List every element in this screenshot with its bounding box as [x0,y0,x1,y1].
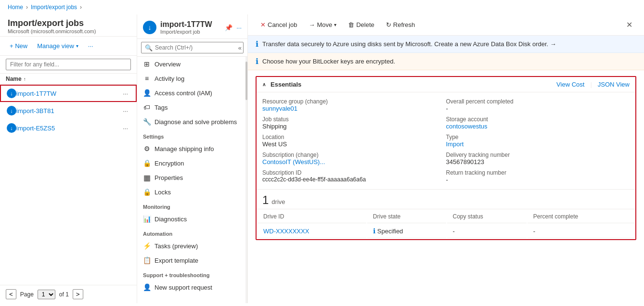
col-percent-complete: Percent complete [528,210,634,223]
move-button[interactable]: → Move ▾ [304,19,341,31]
type-value[interactable]: Import [446,140,630,148]
chevron-down-icon: ▾ [76,43,78,49]
close-button[interactable]: ✕ [622,18,636,31]
mid-subtitle: Import/export job [160,29,221,35]
settings-section-label: Settings [137,129,247,141]
collapse-icon[interactable]: « [238,44,242,51]
page-label: Page [20,291,34,298]
search-icon: 🔍 [145,44,153,51]
percent-complete-cell: - [528,224,634,238]
cancel-job-button[interactable]: ✕ Cancel job [256,19,302,31]
type-label: Type [446,134,630,140]
table-row: WD-XXXXXXXX ℹ Specified - - [258,224,634,238]
next-page-button[interactable]: > [73,289,83,299]
new-button[interactable]: + New [6,40,31,51]
subscription-value[interactable]: ContosoIT (WestUS)... [262,158,446,166]
essentials-title: ∧ Essentials [262,81,301,88]
essentials-right: Overall percent completed - Storage acco… [446,96,630,185]
list-item[interactable]: ↓ import-3BT81 ··· [0,102,137,119]
item-more-button[interactable]: ··· [121,106,130,115]
location-label: Location [262,134,446,140]
col-drive-id: Drive ID [258,210,366,223]
nav-shipping-label: Manage shipping info [155,145,214,153]
breadcrumb-home[interactable]: Home [8,4,23,11]
nav-item-overview[interactable]: ⊞ Overview [137,57,247,71]
resource-group-value[interactable]: sunnyvale01 [262,105,446,112]
essentials-left: Resource group (change) sunnyvale01 Job … [262,96,446,185]
specified-info-icon: ℹ [373,227,375,235]
nav-item-properties[interactable]: ▦ Properties [137,170,247,185]
nav-item-export-template[interactable]: 📋 Export template [137,253,247,268]
drives-table: Drive ID Drive state Copy status Percent… [257,209,635,239]
manage-view-button[interactable]: Manage view ▾ [33,40,82,51]
grid-icon: ⊞ [143,60,151,68]
wrench-icon: 🔧 [143,118,151,126]
nav-item-access-control[interactable]: 👤 Access control (IAM) [137,86,247,100]
gear-icon: ⚙ [143,145,151,153]
list-item[interactable]: ↓ import-1T7TW ··· [0,85,137,102]
item-more-button[interactable]: ··· [121,124,130,133]
view-cost-link[interactable]: View Cost [556,81,584,88]
scrollbar-track [245,57,247,303]
drive-id-cell[interactable]: WD-XXXXXXXX [258,224,366,238]
nav-item-tags[interactable]: 🏷 Tags [137,100,247,115]
collapse-chevron-icon[interactable]: ∧ [262,82,266,87]
nav-activity-label: Activity log [155,75,184,82]
more-options-icon[interactable]: ··· [236,24,242,31]
monitoring-section-label: Monitoring [137,199,247,212]
storage-account-row: Storage account contosowestus [446,114,630,132]
nav-overview-label: Overview [155,61,180,68]
cancel-job-label: Cancel job [268,21,297,28]
delete-button[interactable]: 🗑 Delete [343,19,379,31]
right-panel: ✕ Cancel job → Move ▾ 🗑 Delete ↻ Refresh… [248,14,644,303]
list-icon: ≡ [143,75,151,82]
scrollbar-thumb[interactable] [245,62,247,100]
nav-item-diagnose[interactable]: 🔧 Diagnose and solve problems [137,115,247,129]
mid-panel: ↓ import-1T7TW Import/export job 📌 ··· 🔍… [137,14,248,303]
sort-icon: ↑ [24,76,26,82]
mid-title-area: import-1T7TW Import/export job [160,20,221,35]
nav-item-activity-log[interactable]: ≡ Activity log [137,71,247,86]
return-tracking-label: Return tracking number [446,169,630,176]
drive-state-badge: ℹ Specified [373,227,440,235]
item-name: import-1T7TW [16,90,121,97]
list-item[interactable]: ↓ import-E5ZS5 ··· [0,119,137,137]
overall-percent-row: Overall percent completed - [446,96,630,114]
drives-header: 1 drive [257,190,635,209]
nav-item-locks[interactable]: 🔒 Locks [137,185,247,199]
automation-section-label: Automation [137,226,247,239]
copy-status-cell: - [447,224,527,238]
pin-icon[interactable]: 📌 [225,24,232,31]
prev-page-button[interactable]: < [6,289,16,299]
filter-input[interactable] [6,59,131,70]
nav-item-support-request[interactable]: 👤 New support request [137,280,247,294]
storage-account-value[interactable]: contosowestus [446,123,630,130]
nav-item-diagnostics[interactable]: 📊 Diagnostics [137,212,247,226]
mid-header-icons: 📌 ··· [225,24,242,31]
nav-support-label: New support request [155,284,212,291]
nav-item-encryption[interactable]: 🔒 Encryption [137,156,247,170]
move-chevron-icon: ▾ [334,22,336,27]
delivery-tracking-label: Delivery tracking number [446,152,630,158]
list-header: Name ↑ [0,74,137,85]
page-select[interactable]: 1 [38,290,55,299]
mid-title: import-1T7TW [160,20,221,29]
item-more-button[interactable]: ··· [121,89,130,98]
nav-search-input[interactable] [141,42,244,53]
delete-icon: 🗑 [348,21,354,28]
nav-item-tasks[interactable]: ⚡ Tasks (preview) [137,239,247,253]
warning-info-icon: ℹ [256,57,258,66]
job-status-row: Job status Shipping [262,114,446,132]
json-view-link[interactable]: JSON View [598,81,630,88]
drives-count: 1 [262,193,269,207]
tag-icon: 🏷 [143,103,151,111]
storage-account-label: Storage account [446,116,630,123]
nav-item-shipping[interactable]: ⚙ Manage shipping info [137,141,247,156]
drive-state-value: Specified [377,228,403,235]
more-button[interactable]: ··· [84,40,97,51]
breadcrumb-import-export[interactable]: Import/export jobs [31,4,77,11]
subscription-id-value: cccc2c2c-dd3d-ee4e-ff5f-aaaaaa6a6a6a [262,176,446,183]
refresh-button[interactable]: ↻ Refresh [381,19,420,31]
subscription-id-row: Subscription ID cccc2c2c-dd3d-ee4e-ff5f-… [262,167,446,185]
left-panel: Import/export jobs Microsoft (microsoft.… [0,14,137,303]
